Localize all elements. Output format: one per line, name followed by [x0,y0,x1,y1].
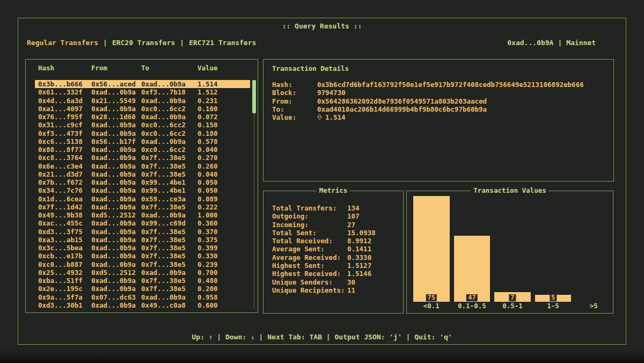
table-row[interactable]: 0xc0...b8870xad...0b9a0x7f...38e50.239 [35,260,250,268]
detail-field: Block:9794730 [272,89,605,97]
table-row[interactable]: 0x2e...195c0xad...0b9a0x7f...38e50.200 [35,285,250,293]
table-row[interactable]: 0xc8...37640xad...0b9a0x7f...38e50.270 [35,154,250,162]
tab-erc20-transfers[interactable]: ERC20 Transfers [112,39,175,47]
window-edge-shade [0,349,644,363]
table-row[interactable]: 0xd3...30b10xad...0b9a0x49...c0a80.600 [35,301,250,309]
table-row[interactable]: 0x3c...5bea0xad...0b9a0x7f...38e50.399 [35,244,250,252]
metric-row: Total Received:8.9912 [272,237,396,245]
eth-diamond-icon [317,113,322,122]
tab-erc721-transfers[interactable]: ERC721 Transfers [189,39,256,47]
metric-row: Total Transfers:134 [272,204,396,212]
table-row[interactable]: 0xba...51ff0xad...0b9a0x7f...38e50.480 [35,277,250,285]
table-cell: 0xad...0b9a [91,170,141,178]
table-cell: 0xad...0b9a [91,219,141,227]
table-row[interactable]: 0xac...455c0xad...0b9a0x99...c69d0.360 [35,219,250,227]
table-cell: 0xad...0b9a [91,228,141,236]
metric-label: Average Received: [272,253,347,262]
table-cell: 0xf3...7b18 [141,88,197,96]
detail-label: Block: [272,89,317,97]
metric-value: 8.9912 [347,237,396,245]
table-cell: 0xad...0b9a [91,195,141,203]
table-row[interactable]: 0x31...c9cf0xad...0b9a0xc0...6cc20.150 [35,121,250,129]
table-row[interactable]: 0x76...f95f0x28...1d600xad...0b9a0.072 [35,113,250,121]
chart-x-label: 0.5-1 [494,302,531,310]
table-cell: 0.958 [197,293,250,301]
metric-value: 1.5146 [347,270,396,278]
transfer-list: 0x3b...b6660x56...aced0xad...0b9a1.5140x… [35,80,250,309]
table-cell: 0xad...0b9a [141,80,197,88]
table-cell: 0x49...9b38 [35,211,91,219]
table-cell: 0xcb...e17b [35,252,91,260]
column-header: From [91,64,141,72]
table-cell: 0x3c...5bea [35,244,91,252]
table-row[interactable]: 0x25...49320xd5...25120xad...0b9a0.700 [35,268,250,277]
table-row[interactable]: 0x7f...1d420xad...0b9a0x7f...38e50.222 [35,203,250,211]
table-row[interactable]: 0x21...d3d70xad...0b9a0x7f...38e50.040 [35,170,250,178]
table-row[interactable]: 0xa3...ab150xad...0b9a0x7f...38e50.375 [35,236,250,244]
metric-row: Highest Received:1.5146 [272,270,396,278]
table-cell: 0x61...332f [35,88,91,96]
table-row[interactable]: 0x3b...b6660x56...aced0xad...0b9a1.514 [35,80,250,88]
table-cell: 0xad...0b9a [91,203,141,211]
table-cell: 0xad...0b9a [91,301,141,309]
table-row[interactable]: 0xd3...3f750xad...0b9a0x7f...38e50.370 [35,228,250,236]
table-row[interactable]: 0x49...9b380xd5...25120xad...0b9a1.000 [35,211,250,219]
column-header: Hash [35,64,91,72]
detail-value: 1.514 [317,113,605,121]
table-cell: 1.512 [197,88,250,96]
table-cell: 0.050 [197,178,250,186]
table-cell: 0x7f...38e5 [141,252,197,260]
table-row[interactable]: 0x1d...6cea0xad...0b9a0x59...ce3a0.089 [35,195,250,203]
table-cell: 0x3b...b666 [35,80,91,88]
metric-row: Total Sent:15.0938 [272,229,396,237]
table-cell: 0.072 [197,113,250,121]
table-row[interactable]: 0x88...8f770xad...0b9a0xc0...6cc20.040 [35,146,250,154]
up-hint-label: Up: [192,333,204,341]
metric-label: Average Sent: [272,245,347,253]
detail-label: To: [272,105,317,113]
table-row[interactable]: 0xf3...473f0xad...0b9a0xc0...6cc20.180 [35,129,250,137]
metric-label: Outgoing: [272,212,347,220]
metric-value: 107 [347,212,396,220]
table-cell: 0x25...4932 [35,268,91,277]
table-row[interactable]: 0x4d...6a3d0x21...55490xad...0b9a0.231 [35,97,250,105]
table-cell: 1.514 [197,80,250,88]
chart-slot: 70.5-1 [494,194,531,310]
tab-regular-transfers[interactable]: Regular Transfers [27,39,98,47]
scrollbar-thumb[interactable] [252,80,256,113]
table-row[interactable]: 0x34...7c760xad...0b9a0x99...4be10.050 [35,186,250,194]
table-row[interactable]: 0xc6...51380x56...b17f0xad...0b9a0.578 [35,137,250,146]
table-cell: 0xad...0b9a [91,260,141,268]
table-cell: 0x7f...38e5 [141,244,197,252]
detail-field: Hash:0x3b6cd7d6bfaf163792f50e1ef5e917b97… [272,81,605,89]
table-row[interactable]: 0xcb...e17b0xad...0b9a0x7f...38e50.330 [35,252,250,260]
table-row[interactable]: 0x6e...c3e40xad...0b9a0x7f...38e50.260 [35,162,250,170]
metric-row: Incoming:27 [272,221,396,229]
table-cell: 0x99...4be1 [141,186,197,194]
table-cell: 0.180 [197,129,250,137]
table-cell: 0x59...ce3a [141,195,197,203]
scrollbar-track[interactable] [254,80,254,308]
detail-field: To:0xad4010ac206b14d66999b4bf9b80c6bc97b… [272,105,605,113]
metric-value: 1.5127 [347,262,396,270]
table-row[interactable]: 0x7b...f6720xad...0b9a0x99...4be10.050 [35,178,250,186]
table-cell: 0.200 [197,285,250,293]
hint-separator: | [217,333,221,341]
table-row[interactable]: 0x9a...5f7a0x07...dc630xad...0b9a0.958 [35,293,250,301]
table-cell: 0xad...0b9a [91,105,141,113]
table-cell: 0x7f...38e5 [141,260,197,268]
table-cell: 0.100 [197,105,250,113]
table-cell: 0.700 [197,268,250,277]
table-cell: 0x56...b17f [91,137,141,146]
metric-label: Incoming: [272,221,347,229]
table-cell: 0x49...c0a8 [141,301,197,309]
table-cell: 0x7f...38e5 [141,285,197,293]
table-cell: 0xd5...2512 [91,268,141,277]
table-row[interactable]: 0xa1...40970xad...0b9a0xc0...6cc20.100 [35,105,250,113]
table-row[interactable]: 0x61...332f0xad...0b9a0xf3...7b181.512 [35,88,250,96]
table-cell: 0xa3...ab15 [35,236,91,244]
metric-label: Total Sent: [272,229,347,237]
details-fields: Hash:0x3b6cd7d6bfaf163792f50e1ef5e917b97… [272,81,605,121]
table-cell: 0x1d...6cea [35,195,91,203]
table-cell: 0x56...aced [91,80,141,88]
